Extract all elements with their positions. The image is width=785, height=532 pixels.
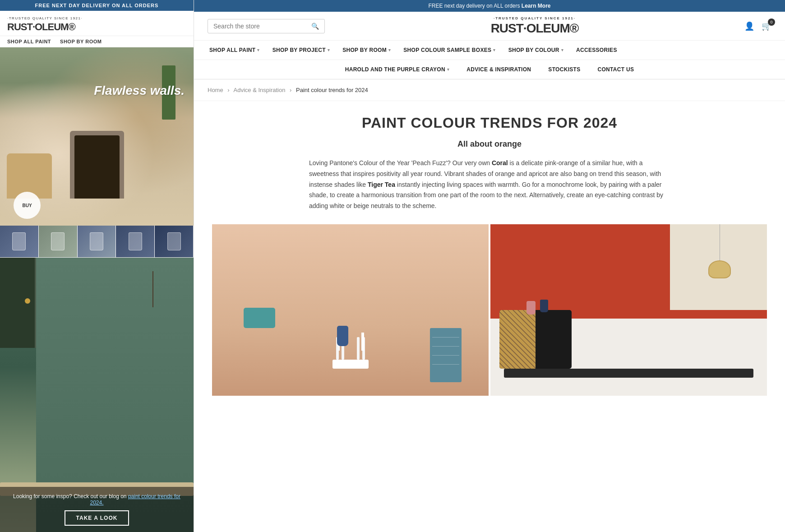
left-logo-trusted: ·TRUSTED QUALITY SINCE 1921·	[7, 16, 186, 20]
search-input[interactable]	[213, 23, 308, 30]
article-images	[212, 224, 767, 396]
chevron-down-icon: ▾	[561, 48, 563, 52]
thumb-can-4	[129, 232, 142, 250]
nav-shop-by-room[interactable]: SHOP BY ROOM ▾	[336, 41, 397, 60]
left-nav-shop-room[interactable]: SHOP BY ROOM	[60, 39, 102, 44]
light-cord	[720, 224, 720, 260]
cart-icon[interactable]: 🛒 0	[762, 21, 771, 31]
door-handle	[25, 298, 30, 304]
thumb-can-1	[12, 232, 26, 250]
thumb-can-2	[51, 232, 65, 250]
take-a-look-button[interactable]: TAKE A LOOK	[65, 510, 129, 526]
nav-accessories[interactable]: ACCESSORIES	[570, 41, 623, 60]
fireplace-inner	[74, 135, 120, 199]
dark-jug	[540, 300, 548, 312]
fireplace	[70, 131, 124, 199]
chair-seat	[332, 360, 369, 369]
right-header-icons: 👤 🛒 0	[744, 21, 771, 31]
article-body: Loving Pantone's Colour of the Year 'Pea…	[309, 158, 670, 212]
left-bottom-banner: Looking for some inspo? Check out our bl…	[0, 258, 194, 532]
left-hero: Flawless walls. BUY	[0, 47, 194, 226]
left-thumb-1[interactable]	[0, 226, 39, 257]
right-top-bar-text: FREE next day delivery on ALL orders	[428, 3, 521, 9]
left-nav-top: SHOP ALL PAINT SHOP BY ROOM	[0, 36, 194, 47]
nav-contact-us[interactable]: CONTACT US	[591, 60, 641, 79]
breadcrumb-home[interactable]: Home	[208, 87, 223, 93]
cabinet-cane	[499, 310, 536, 369]
left-panel: FREE NEXT DAY DELIVERY ON ALL ORDERS ·TR…	[0, 0, 194, 532]
right-logo: ·TRUSTED QUALITY SINCE 1921· RUST·OLEUM®	[334, 16, 735, 36]
right-header: 🔍 ·TRUSTED QUALITY SINCE 1921· RUST·OLEU…	[194, 12, 785, 41]
thumb-can-3	[90, 232, 103, 250]
nav-shop-all-paint[interactable]: SHOP ALL PAINT ▾	[203, 41, 266, 60]
nav-harold[interactable]: HAROLD AND THE PURPLE CRAYON ▾	[339, 60, 456, 79]
blue-vase	[337, 326, 348, 346]
left-logo-name: RUST·OLEUM®	[7, 21, 75, 32]
left-hero-text: Flawless walls.	[94, 83, 185, 98]
chevron-down-icon: ▾	[328, 48, 330, 52]
drawer-unit	[430, 328, 462, 382]
left-top-bar: FREE NEXT DAY DELIVERY ON ALL ORDERS	[0, 0, 194, 11]
right-nav-top: SHOP ALL PAINT ▾ SHOP BY PROJECT ▾ SHOP …	[194, 41, 785, 60]
dark-table	[504, 369, 753, 378]
left-thumbnails	[0, 226, 194, 258]
search-icon: 🔍	[311, 23, 319, 30]
left-nav-shop-all[interactable]: SHOP ALL PAINT	[7, 39, 51, 44]
drawer-line-3	[432, 355, 459, 356]
chevron-down-icon: ▾	[388, 48, 391, 52]
article-image-right	[490, 224, 767, 396]
article-title: PAINT COLOUR TRENDS FOR 2024	[212, 115, 767, 131]
search-box[interactable]: 🔍	[208, 19, 325, 33]
right-content: PAINT COLOUR TRENDS FOR 2024 All about o…	[194, 101, 785, 532]
left-logo-area: ·TRUSTED QUALITY SINCE 1921· RUST·OLEUM®	[0, 11, 194, 36]
drawer-line-1	[432, 337, 459, 338]
breadcrumb-section[interactable]: Advice & Inspiration	[234, 87, 286, 93]
plant-branch	[139, 271, 166, 325]
account-icon[interactable]: 👤	[744, 21, 754, 31]
breadcrumb-current: Paint colour trends for 2024	[296, 87, 368, 93]
left-thumb-5[interactable]	[155, 226, 194, 257]
breadcrumb: Home › Advice & Inspiration › Paint colo…	[194, 79, 785, 101]
left-top-bar-text: FREE NEXT DAY DELIVERY ON ALL ORDERS	[35, 3, 159, 8]
left-thumb-4[interactable]	[116, 226, 155, 257]
right-top-bar: FREE next day delivery on ALL orders Lea…	[194, 0, 785, 12]
left-thumb-3[interactable]	[78, 226, 116, 257]
left-hero-btn[interactable]: BUY	[14, 192, 41, 219]
article-body-text-1: Loving Pantone's Colour of the Year 'Pea…	[309, 159, 492, 167]
teal-cushion	[244, 308, 275, 328]
article-subtitle: All about orange	[212, 139, 767, 149]
breadcrumb-sep-1: ›	[227, 87, 229, 93]
nav-advice-inspiration[interactable]: ADVICE & INSPIRATION	[460, 60, 537, 79]
left-bottom-text: Looking for some inspo? Check out our bl…	[7, 493, 186, 506]
pink-vase	[526, 301, 536, 315]
chevron-down-icon: ▾	[493, 48, 495, 52]
nav-shop-by-colour[interactable]: SHOP BY COLOUR ▾	[502, 41, 570, 60]
right-panel: FREE next day delivery on ALL orders Lea…	[194, 0, 785, 532]
drawer-line-4	[432, 364, 459, 365]
dark-cabinet	[499, 310, 572, 369]
nav-shop-colour-sample-boxes[interactable]: SHOP COLOUR SAMPLE BOXES ▾	[397, 41, 502, 60]
right-nav-bottom: HAROLD AND THE PURPLE CRAYON ▾ ADVICE & …	[194, 60, 785, 79]
article-image-left	[212, 224, 489, 396]
left-logo: ·TRUSTED QUALITY SINCE 1921· RUST·OLEUM®	[7, 16, 186, 33]
article-body-bold-2: Tiger Tea	[368, 181, 395, 188]
thumb-can-5	[167, 232, 181, 250]
cart-badge: 0	[768, 19, 775, 26]
hanging-light	[708, 224, 731, 278]
nav-shop-by-project[interactable]: SHOP BY PROJECT ▾	[266, 41, 336, 60]
article-body-bold-1: Coral	[492, 159, 508, 167]
breadcrumb-sep-2: ›	[290, 87, 291, 93]
drawer-line-2	[432, 346, 459, 347]
light-shade	[708, 260, 731, 278]
right-logo-trusted: ·TRUSTED QUALITY SINCE 1921·	[334, 16, 735, 20]
right-logo-name: RUST·OLEUM®	[491, 21, 579, 35]
right-logo-center: ·TRUSTED QUALITY SINCE 1921· RUST·OLEUM®	[334, 16, 735, 36]
right-nav: SHOP ALL PAINT ▾ SHOP BY PROJECT ▾ SHOP …	[194, 41, 785, 79]
nav-stockists[interactable]: STOCKISTS	[542, 60, 586, 79]
chevron-down-icon: ▾	[257, 48, 259, 52]
left-bottom-overlay: Looking for some inspo? Check out our bl…	[0, 487, 194, 532]
right-top-bar-link[interactable]: Learn More	[522, 3, 551, 9]
chevron-down-icon: ▾	[447, 67, 449, 72]
door-left	[0, 258, 36, 348]
left-thumb-2[interactable]	[39, 226, 78, 257]
